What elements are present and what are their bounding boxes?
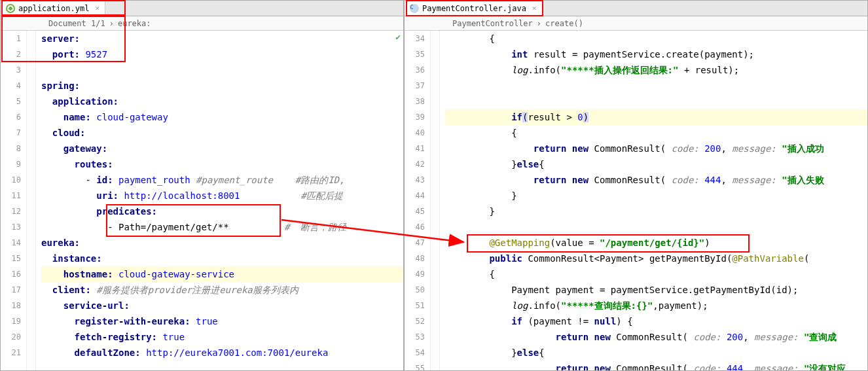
code-left[interactable]: server: port: 9527spring: application: n… [36,31,403,370]
code-line[interactable]: port: 9527 [41,46,403,62]
code-line[interactable]: gateway: [41,141,403,156]
line-number: 12 [1,203,21,219]
tab-application-yml[interactable]: application.yml × [1,1,105,16]
code-line[interactable]: application: [41,94,403,109]
code-line[interactable]: - id: payment_routh #payment_route #路由的I… [41,172,403,188]
code-line[interactable]: 💡 [445,94,867,109]
close-icon[interactable]: × [95,4,99,12]
code-line[interactable]: server: [41,31,403,46]
code-line[interactable]: public CommonResult<Payment> getPaymentB… [445,251,867,266]
code-line[interactable]: if(result > 0) [445,109,867,125]
line-number: 42 [405,156,425,172]
breadcrumb-right[interactable]: PaymentController › create() [405,16,867,31]
fold-gutter-right [431,31,440,370]
line-number: 45 [405,203,425,219]
breadcrumb-item: eureka: [118,19,151,28]
breadcrumb-left[interactable]: Document 1/1 › eureka: [1,16,403,31]
line-number: 47 [405,235,425,251]
code-line[interactable]: }else{ [445,345,867,361]
code-line[interactable]: routes: [41,156,403,172]
tab-payment-controller[interactable]: C PaymentController.java × [405,1,543,16]
tab-label: application.yml [18,4,89,13]
line-number: 54 [405,345,425,361]
code-line[interactable]: } [445,188,867,203]
line-number: 17 [1,282,21,298]
line-number: 15 [1,251,21,266]
line-number: 8 [1,141,21,156]
code-line[interactable]: fetch-registry: true [41,329,403,345]
code-line[interactable]: eureka: [41,235,403,251]
line-number: 48 [405,251,425,266]
code-line[interactable]: return new CommonResult( code: 444, mess… [445,172,867,188]
line-number: 52 [405,313,425,329]
code-line[interactable]: uri: http://localhost:8001 #匹配后提 [41,188,403,203]
code-line[interactable]: client: #服务提供者provider注册进eureka服务列表内 [41,282,403,298]
editor-right[interactable]: 3435363738394041424344454647484950515253… [405,31,867,370]
code-line[interactable]: - Path=/payment/get/** # 断言，路径 [41,219,403,235]
code-line[interactable] [445,219,867,235]
line-number: 9 [1,156,21,172]
line-number: 44 [405,188,425,203]
line-number: 16 [1,266,21,282]
line-number: 6 [1,109,21,125]
line-number: 49 [405,266,425,282]
code-line[interactable]: return new CommonResult( code: 200, mess… [445,141,867,156]
line-number: 34 [405,31,425,46]
code-line[interactable]: int result = paymentService.create(payme… [445,46,867,62]
code-line[interactable]: }else{ [445,156,867,172]
line-number: 1 [1,31,21,46]
code-line[interactable]: hostname: cloud-gateway-service [41,266,403,282]
code-line[interactable]: service-url: [41,298,403,313]
status-ok-icon: ✔ [395,32,401,42]
fold-gutter-left [27,31,36,370]
code-line[interactable]: return new CommonResult( code: 444, mess… [445,361,867,370]
line-number: 13 [1,219,21,235]
java-class-icon: C [410,4,419,13]
code-line[interactable]: instance: [41,251,403,266]
breadcrumb-item: create() [545,19,583,28]
line-number: 51 [405,298,425,313]
code-line[interactable]: log.info("*****查询结果:{}",payment); [445,298,867,313]
gutter-left: 123456789101112131415161718192021 [1,31,27,370]
code-right[interactable]: { int result = paymentService.create(pay… [440,31,867,370]
code-line[interactable]: } [445,203,867,219]
code-line[interactable]: Payment payment = paymentService.getPaym… [445,282,867,298]
code-line[interactable]: cloud: [41,125,403,141]
line-number: 37 [405,78,425,94]
line-number: 43 [405,172,425,188]
code-line[interactable]: return new CommonResult( code: 200, mess… [445,329,867,345]
breadcrumb-item: PaymentController [452,19,533,28]
line-number: 41 [405,141,425,156]
line-number: 46 [405,219,425,235]
code-line[interactable]: if (payment != null) { [445,313,867,329]
close-icon[interactable]: × [532,4,537,12]
gutter-right: 3435363738394041424344454647484950515253… [405,31,431,370]
code-line[interactable] [445,78,867,94]
code-line[interactable]: register-with-eureka: true [41,313,403,329]
line-number: 14 [1,235,21,251]
code-line[interactable]: { [445,266,867,282]
tab-bar-right: C PaymentController.java × [405,1,867,16]
code-line[interactable]: defaultZone: http://eureka7001.com:7001/… [41,345,403,361]
line-number: 55 [405,361,425,370]
code-line[interactable]: @GetMapping(value = "/payment/get/{id}") [445,235,867,251]
pane-right-java: C PaymentController.java × PaymentContro… [404,0,868,371]
line-number: 4 [1,78,21,94]
tab-label: PaymentController.java [422,4,526,13]
code-line[interactable]: predicates: [41,203,403,219]
line-number: 7 [1,125,21,141]
code-line[interactable] [41,62,403,78]
code-line[interactable]: { [445,31,867,46]
line-number: 36 [405,62,425,78]
line-number: 3 [1,62,21,78]
line-number: 11 [1,188,21,203]
editor-left[interactable]: ✔ 123456789101112131415161718192021 serv… [1,31,403,370]
chevron-icon: › [109,19,114,28]
ide-container: application.yml × Document 1/1 › eureka:… [0,0,868,371]
code-line[interactable]: { [445,125,867,141]
code-line[interactable]: log.info("*****插入操作返回结果:" + result); [445,62,867,78]
code-line[interactable]: name: cloud-gateway [41,109,403,125]
line-number: 53 [405,329,425,345]
spring-icon [6,4,15,13]
code-line[interactable]: spring: [41,78,403,94]
